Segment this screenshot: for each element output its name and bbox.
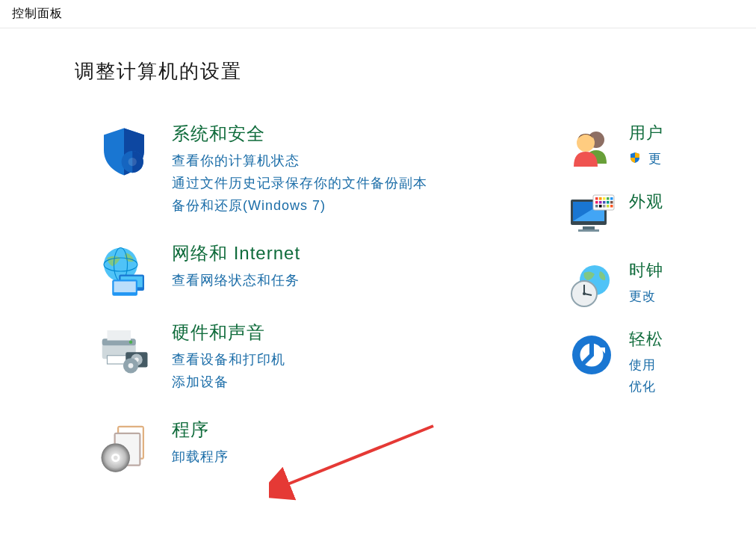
svg-rect-8 xyxy=(114,282,136,293)
link-file-history-backup[interactable]: 通过文件历史记录保存你的文件备份副本 xyxy=(172,174,560,192)
category-title-network[interactable]: 网络和 Internet xyxy=(172,241,560,265)
category-clock: 时钟 更改 xyxy=(568,259,756,310)
link-users-sub-text: 更 xyxy=(648,152,662,166)
svg-rect-44 xyxy=(610,201,613,204)
svg-rect-32 xyxy=(583,226,595,229)
svg-point-1 xyxy=(128,158,137,166)
svg-rect-42 xyxy=(603,201,606,204)
svg-rect-46 xyxy=(599,205,602,208)
link-ease-use[interactable]: 使用 xyxy=(629,356,756,374)
link-devices-printers[interactable]: 查看设备和打印机 xyxy=(172,350,560,368)
svg-point-54 xyxy=(583,292,586,295)
svg-rect-39 xyxy=(610,197,613,200)
user-accounts-icon xyxy=(568,125,616,173)
appearance-monitor-icon xyxy=(568,194,616,241)
category-title-security[interactable]: 系统和安全 xyxy=(172,122,560,146)
svg-rect-47 xyxy=(603,205,606,208)
svg-rect-11 xyxy=(108,330,131,341)
link-backup-restore-win7[interactable]: 备份和还原(Windows 7) xyxy=(172,197,560,214)
category-hardware: 硬件和声音 查看设备和打印机 添加设备 xyxy=(97,321,560,395)
clock-globe-icon xyxy=(568,262,616,310)
link-add-device[interactable]: 添加设备 xyxy=(172,373,560,391)
link-users-sub[interactable]: 更 xyxy=(629,150,756,167)
svg-rect-43 xyxy=(607,201,610,204)
left-column: 系统和安全 查看你的计算机状态 通过文件历史记录保存你的文件备份副本 备份和还原… xyxy=(0,122,560,497)
ease-of-access-icon xyxy=(568,331,616,379)
link-network-status[interactable]: 查看网络状态和任务 xyxy=(172,271,560,289)
category-title-hardware[interactable]: 硬件和声音 xyxy=(172,321,560,345)
globe-network-icon xyxy=(97,244,151,298)
category-ease-of-access: 轻松 使用 优化 xyxy=(568,328,756,400)
link-ease-optimize[interactable]: 优化 xyxy=(629,378,756,395)
svg-rect-38 xyxy=(607,197,610,200)
printer-devices-icon xyxy=(97,324,151,377)
category-appearance: 外观 xyxy=(568,191,756,241)
svg-rect-49 xyxy=(610,205,613,208)
svg-rect-48 xyxy=(607,205,610,208)
svg-rect-45 xyxy=(595,205,598,208)
category-title-clock[interactable]: 时钟 xyxy=(629,259,756,282)
category-columns: 系统和安全 查看你的计算机状态 通过文件历史记录保存你的文件备份副本 备份和还原… xyxy=(0,122,756,497)
category-system-security: 系统和安全 查看你的计算机状态 通过文件历史记录保存你的文件备份副本 备份和还原… xyxy=(97,122,560,219)
svg-rect-37 xyxy=(603,197,606,200)
window-title: 控制面板 xyxy=(0,0,756,28)
svg-rect-40 xyxy=(595,201,598,204)
category-programs: 程序 卸载程序 xyxy=(97,418,560,475)
programs-disc-icon xyxy=(97,421,151,475)
svg-point-26 xyxy=(114,456,118,460)
svg-rect-33 xyxy=(578,229,599,232)
category-user-accounts: 用户 更 xyxy=(568,122,756,173)
svg-rect-35 xyxy=(595,197,598,200)
svg-rect-41 xyxy=(599,201,602,204)
svg-point-13 xyxy=(129,341,133,345)
link-uninstall-program[interactable]: 卸载程序 xyxy=(172,448,560,466)
uac-shield-icon xyxy=(629,152,641,167)
category-title-users[interactable]: 用户 xyxy=(629,122,756,144)
content-area: 调整计算机的设置 系统和安全 查看你的计算机状态 通过 xyxy=(0,28,756,497)
category-title-ease[interactable]: 轻松 xyxy=(629,328,756,350)
svg-point-18 xyxy=(128,363,134,368)
category-title-appearance[interactable]: 外观 xyxy=(629,191,756,213)
svg-rect-36 xyxy=(599,197,602,200)
link-computer-status[interactable]: 查看你的计算机状态 xyxy=(172,152,560,170)
right-column: 用户 更 xyxy=(560,122,756,497)
category-network: 网络和 Internet 查看网络状态和任务 xyxy=(97,241,560,298)
page-heading: 调整计算机的设置 xyxy=(75,58,756,84)
category-title-programs[interactable]: 程序 xyxy=(172,418,560,442)
link-clock-sub[interactable]: 更改 xyxy=(629,288,756,305)
shield-icon xyxy=(97,125,151,179)
